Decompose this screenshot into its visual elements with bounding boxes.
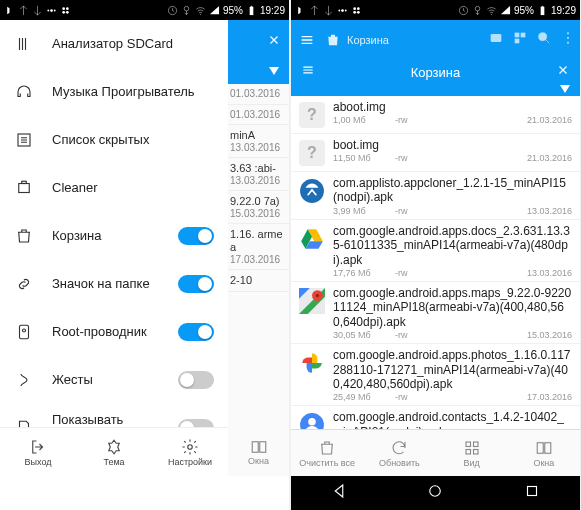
svg-point-22 — [188, 444, 193, 449]
root-icon — [14, 322, 34, 342]
svg-rect-10 — [250, 6, 254, 14]
toggle-switch[interactable] — [178, 323, 214, 341]
drawer-item-folder-badge[interactable]: Значок на папке — [0, 260, 228, 308]
drawer-item-hidden-list[interactable]: Список скрытых — [0, 116, 228, 164]
svg-rect-55 — [537, 442, 543, 453]
analyzer-icon — [14, 34, 34, 54]
svg-rect-13 — [259, 442, 265, 453]
svg-point-29 — [357, 7, 360, 10]
svg-point-42 — [567, 32, 569, 34]
svg-rect-40 — [515, 39, 520, 44]
svg-point-27 — [345, 9, 347, 11]
close-icon[interactable] — [556, 63, 570, 81]
signal-percent: 95% — [223, 5, 243, 16]
file-row[interactable]: com.google.android.apps.maps_9.22.0-9220… — [291, 282, 580, 344]
drawer-item-root-explorer[interactable]: Root-проводник — [0, 308, 228, 356]
clock: 19:29 — [551, 5, 576, 16]
svg-point-57 — [430, 486, 441, 497]
file-list: ? aboot.img 1,00 Мб-rw21.03.2016 ? boot.… — [291, 96, 580, 429]
list-icon — [14, 130, 34, 150]
svg-point-1 — [47, 9, 49, 11]
drawer-toggle-icon[interactable] — [301, 63, 315, 81]
file-row[interactable]: com.google.android.apps.docs_2.3.631.13.… — [291, 220, 580, 282]
apk-icon — [297, 176, 327, 206]
svg-point-0 — [50, 9, 53, 12]
svg-rect-58 — [527, 487, 536, 496]
drawer-bottom-bar: Выход Тема Настройки — [0, 427, 228, 476]
svg-rect-52 — [473, 442, 478, 447]
broom-icon — [14, 178, 34, 198]
vault-icon[interactable] — [488, 30, 504, 50]
signal-percent: 95% — [514, 5, 534, 16]
recent-button[interactable] — [523, 482, 541, 504]
svg-point-8 — [184, 6, 189, 11]
svg-point-25 — [341, 9, 344, 12]
trash-icon — [14, 226, 34, 246]
more-icon[interactable] — [560, 30, 576, 50]
drawer-item-gestures[interactable]: Жесты — [0, 356, 228, 404]
file-row[interactable]: ? boot.img 11,50 Мб-rw21.03.2016 — [291, 134, 580, 172]
file-row[interactable]: com.applisto.appcloner_1.2.1-15_minAPI15… — [291, 172, 580, 220]
drawer-item-sdcard-analyzer[interactable]: Анализатор SDCard — [0, 20, 228, 68]
android-nav-bar — [291, 476, 580, 510]
drawer-label: Анализатор SDCard — [52, 36, 214, 52]
google-drive-icon — [297, 224, 327, 254]
drawer-label: Root-проводник — [52, 324, 178, 340]
view-button[interactable]: Вид — [436, 430, 508, 476]
drawer-item-cleaner[interactable]: Cleaner — [0, 164, 228, 212]
back-button[interactable] — [330, 482, 348, 504]
clock: 19:29 — [260, 5, 285, 16]
svg-rect-12 — [252, 442, 258, 453]
clear-all-button[interactable]: Очистить все — [291, 430, 363, 476]
gesture-icon — [14, 370, 34, 390]
svg-rect-36 — [542, 5, 544, 6]
drawer-label: Музыка Проигрыватель — [52, 84, 214, 100]
headphones-icon — [14, 82, 34, 102]
status-bar: 95% 19:29 — [291, 0, 580, 20]
svg-rect-37 — [491, 34, 502, 42]
drawer-label: Показывать скрытые файлы — [52, 412, 178, 427]
home-button[interactable] — [426, 482, 444, 504]
drawer-label: Cleaner — [52, 180, 214, 196]
drawer-label: Значок на папке — [52, 276, 178, 292]
theme-button[interactable]: Тема — [76, 428, 152, 476]
svg-point-43 — [567, 37, 569, 39]
toggle-switch[interactable] — [178, 419, 214, 427]
drawer-label: Корзина — [52, 228, 178, 244]
drawer-label: Список скрытых — [52, 132, 214, 148]
svg-rect-39 — [521, 33, 526, 38]
drawer-item-music-player[interactable]: Музыка Проигрыватель — [0, 68, 228, 116]
exit-button[interactable]: Выход — [0, 428, 76, 476]
toggle-switch[interactable] — [178, 371, 214, 389]
hamburger-icon[interactable] — [295, 28, 319, 52]
svg-point-6 — [66, 10, 69, 13]
refresh-button[interactable]: Обновить — [363, 430, 435, 476]
svg-point-48 — [316, 294, 319, 297]
drawer-label: Жесты — [52, 372, 178, 388]
search-icon[interactable] — [536, 30, 552, 50]
svg-point-9 — [200, 13, 201, 14]
svg-point-26 — [338, 9, 340, 11]
breadcrumb[interactable]: Корзина — [319, 32, 488, 48]
svg-rect-15 — [19, 184, 30, 193]
unknown-file-icon: ? — [297, 138, 327, 168]
toggle-switch[interactable] — [178, 227, 214, 245]
drawer-item-recycle-bin[interactable]: Корзина — [0, 212, 228, 260]
svg-point-18 — [23, 329, 26, 332]
drawer-item-show-hidden[interactable]: Показывать скрытые файлы — [0, 404, 228, 427]
left-screen: 95% 19:29 01.03.2016 01.03.2016 minA13.0… — [0, 0, 289, 510]
file-hidden-icon — [14, 418, 34, 427]
settings-button[interactable]: Настройки — [152, 428, 228, 476]
file-row[interactable]: ? aboot.img 1,00 Мб-rw21.03.2016 — [291, 96, 580, 134]
sub-header: Корзина — [291, 60, 580, 84]
svg-rect-38 — [515, 33, 520, 38]
windows-button[interactable]: Окна — [508, 430, 580, 476]
svg-point-34 — [491, 13, 492, 14]
file-row[interactable]: com.google.android.contacts_1.4.2-10402_… — [291, 406, 580, 429]
app-bar: Корзина — [291, 20, 580, 60]
window-icon[interactable] — [512, 30, 528, 50]
link-icon — [14, 274, 34, 294]
file-row[interactable]: com.google.android.apps.photos_1.16.0.11… — [291, 344, 580, 406]
toggle-switch[interactable] — [178, 275, 214, 293]
page-title: Корзина — [315, 65, 556, 80]
